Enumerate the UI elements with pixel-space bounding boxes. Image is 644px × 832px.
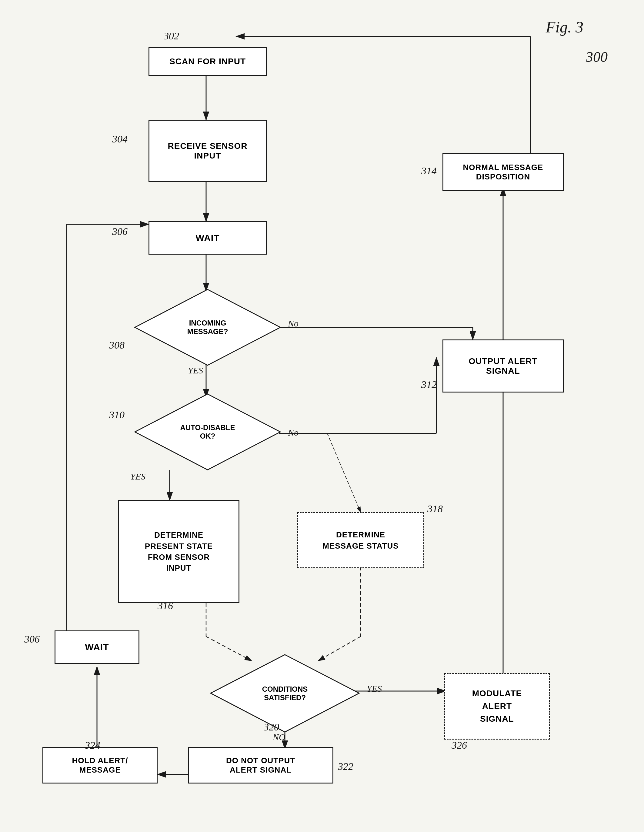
receive-sensor-input-box: RECEIVE SENSORINPUT: [149, 120, 267, 182]
ref-318: 318: [427, 503, 443, 515]
output-alert-label: OUTPUT ALERTSIGNAL: [468, 357, 537, 376]
ref-308: 308: [109, 339, 125, 351]
determine-present-state-label: DETERMINEPRESENT STATEFROM SENSORINPUT: [145, 530, 213, 574]
wait-bottom-box: WAIT: [54, 630, 139, 664]
ref-312: 312: [421, 379, 437, 390]
ref-322: 322: [338, 761, 353, 772]
modulate-alert-box: MODULATEALERTSIGNAL: [444, 673, 550, 739]
do-not-output-box: DO NOT OUTPUTALERT SIGNAL: [188, 747, 333, 784]
ref-302: 302: [164, 30, 179, 42]
ref-314: 314: [421, 165, 437, 177]
no-label-3: NO: [273, 732, 286, 742]
modulate-alert-label: MODULATEALERTSIGNAL: [472, 687, 522, 725]
determine-message-status-box: DETERMINEMESSAGE STATUS: [297, 512, 424, 568]
yes-label-3: YES: [367, 683, 382, 694]
no-label-1: No: [288, 318, 299, 328]
normal-message-label: NORMAL MESSAGEDISPOSITION: [463, 163, 543, 182]
ref-306b: 306: [24, 634, 40, 645]
yes-label-2: YES: [130, 471, 145, 482]
do-not-output-label: DO NOT OUTPUTALERT SIGNAL: [226, 756, 295, 775]
normal-message-box: NORMAL MESSAGEDISPOSITION: [443, 153, 564, 191]
ref-306: 306: [112, 226, 128, 237]
determine-message-label: DETERMINEMESSAGE STATUS: [323, 529, 398, 551]
conditions-satisfied-diamond: CONDITIONSSATISFIED?: [209, 653, 361, 733]
auto-disable-diamond: AUTO-DISABLEOK?: [133, 392, 282, 471]
figure-label: Fig. 3: [546, 18, 583, 36]
hold-alert-label: HOLD ALERT/MESSAGE: [72, 756, 128, 775]
ref-316: 316: [158, 600, 173, 612]
no-label-2: No: [288, 427, 299, 438]
ref-304: 304: [112, 133, 128, 145]
yes-label-1: YES: [188, 365, 203, 376]
ref-320: 320: [264, 722, 279, 733]
ref-310: 310: [109, 409, 125, 421]
svg-line-27: [327, 434, 361, 512]
incoming-message-diamond: INCOMINGMESSAGE?: [133, 288, 282, 367]
wait-top-box: WAIT: [149, 221, 267, 254]
hold-alert-box: HOLD ALERT/MESSAGE: [42, 747, 158, 784]
output-alert-signal-box: OUTPUT ALERTSIGNAL: [443, 339, 564, 392]
determine-present-state-box: DETERMINEPRESENT STATEFROM SENSORINPUT: [118, 500, 240, 603]
ref-324: 324: [85, 739, 100, 751]
scan-for-input-box: SCAN FOR INPUT: [149, 47, 267, 76]
ref-326: 326: [452, 739, 467, 751]
diagram-number: 300: [586, 48, 608, 65]
receive-sensor-input-label: RECEIVE SENSORINPUT: [168, 141, 248, 161]
